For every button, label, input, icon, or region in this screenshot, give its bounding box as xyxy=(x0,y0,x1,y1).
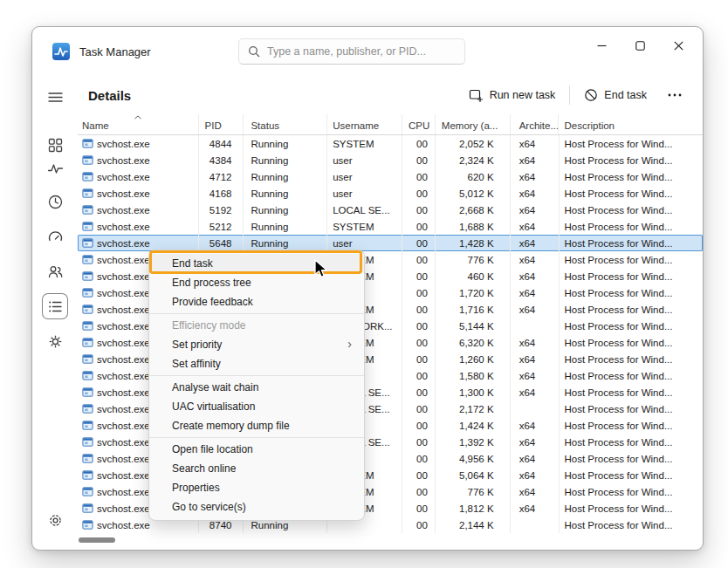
new-task-icon xyxy=(469,88,484,103)
column-header-status[interactable]: Status xyxy=(244,114,327,134)
cell-architecture: x64 xyxy=(511,268,560,284)
table-row[interactable]: svchost.exe 5212 Running SYSTEM 00 1,688… xyxy=(78,218,703,235)
context-menu-item[interactable]: Create memory dump file xyxy=(149,416,364,435)
context-menu-item[interactable]: Set affinity xyxy=(149,354,364,373)
column-header-cpu[interactable]: CPU xyxy=(402,114,436,134)
table-row[interactable]: svchost.exe 4384 Running user 00 2,324 K… xyxy=(78,152,703,168)
cell-architecture: x64 xyxy=(511,334,560,351)
context-menu-item[interactable]: End task xyxy=(149,254,364,273)
context-menu-item[interactable]: End process tree xyxy=(149,273,364,292)
cell-cpu: 00 xyxy=(402,400,436,417)
task-manager-logo-icon xyxy=(52,42,71,61)
cell-cpu: 00 xyxy=(402,434,436,450)
navigation-menu-button[interactable] xyxy=(43,85,67,109)
cell-status: Running xyxy=(244,218,327,235)
column-header-pid[interactable]: PID xyxy=(199,114,244,134)
table-row[interactable]: svchost.exe 4712 Running user 00 620 K x… xyxy=(78,168,703,185)
sidebar xyxy=(32,76,78,550)
cell-cpu: 00 xyxy=(402,135,436,152)
horizontal-scrollbar-thumb[interactable] xyxy=(79,537,115,543)
cell-description: Host Process for Wind... xyxy=(560,284,704,301)
context-menu-item[interactable]: Open file location xyxy=(149,440,364,459)
run-new-task-label: Run new task xyxy=(490,89,556,101)
table-row[interactable]: svchost.exe 4844 Running SYSTEM 00 2,052… xyxy=(78,135,703,152)
table-row[interactable]: svchost.exe 5192 Running LOCAL SE... 00 … xyxy=(78,202,703,218)
cell-description: Host Process for Wind... xyxy=(560,400,704,417)
column-header-name[interactable]: Name xyxy=(78,114,199,134)
cell-memory: 4,956 K xyxy=(436,450,511,467)
column-header-username[interactable]: Username xyxy=(327,114,402,134)
cell-description: Host Process for Wind... xyxy=(560,235,704,251)
processes-icon xyxy=(47,137,64,154)
sidebar-item-processes[interactable] xyxy=(43,133,67,157)
cell-description: Host Process for Wind... xyxy=(560,467,704,483)
context-menu-item-label: Set affinity xyxy=(172,358,221,370)
screen: Task Manager xyxy=(0,0,728,568)
cell-architecture: x64 xyxy=(511,450,560,467)
application-window-icon xyxy=(82,254,93,265)
context-menu-item[interactable]: Analyse wait chain xyxy=(149,378,364,397)
cell-description: Host Process for Wind... xyxy=(560,450,704,467)
settings-button[interactable] xyxy=(43,508,67,532)
sidebar-item-startup-apps[interactable] xyxy=(43,224,67,249)
context-menu-item[interactable]: Properties xyxy=(149,478,364,497)
cell-description: Host Process for Wind... xyxy=(560,268,704,284)
column-header-memory[interactable]: Memory (a... xyxy=(436,114,511,134)
search-field[interactable] xyxy=(267,45,456,58)
context-menu-item[interactable]: UAC virtualisation xyxy=(149,397,364,416)
cell-description: Host Process for Wind... xyxy=(560,135,704,152)
cell-memory: 460 K xyxy=(436,268,511,284)
cell-memory: 2,324 K xyxy=(436,152,511,168)
sidebar-item-app-history[interactable] xyxy=(43,189,67,214)
cell-architecture: x64 xyxy=(511,467,560,483)
context-menu: End task End process tree Provide feedba… xyxy=(148,250,365,521)
close-button[interactable] xyxy=(659,31,697,60)
context-menu-item-label: End task xyxy=(172,257,213,270)
cell-architecture: x64 xyxy=(511,152,560,168)
context-menu-item-label: Open file location xyxy=(172,443,253,455)
cell-architecture: x64 xyxy=(511,434,560,450)
cell-description: Host Process for Wind... xyxy=(560,367,704,384)
cell-username: user xyxy=(327,152,402,168)
context-menu-item[interactable]: Go to service(s) xyxy=(149,497,364,517)
search-input[interactable] xyxy=(238,38,465,65)
end-task-icon xyxy=(584,88,598,102)
minimize-button[interactable] xyxy=(582,31,621,60)
application-window-icon xyxy=(82,287,93,298)
context-menu-item-label: Search online xyxy=(172,462,236,475)
context-menu-item-label: Analyse wait chain xyxy=(172,381,258,393)
context-menu-separator xyxy=(149,313,364,314)
startup-apps-icon xyxy=(47,229,64,245)
context-menu-item[interactable]: Efficiency mode xyxy=(149,316,364,335)
cell-architecture: x64 xyxy=(511,301,560,318)
more-options-button[interactable] xyxy=(661,88,689,102)
column-header-description[interactable]: Description xyxy=(559,114,703,134)
maximize-button[interactable] xyxy=(621,31,659,60)
cell-status: Running xyxy=(244,152,327,168)
end-task-button[interactable]: End task xyxy=(577,83,654,107)
application-window-icon xyxy=(82,370,93,381)
run-new-task-button[interactable]: Run new task xyxy=(462,83,563,108)
cell-username: user xyxy=(327,185,402,202)
sidebar-item-users[interactable] xyxy=(43,259,67,284)
sidebar-item-services[interactable] xyxy=(43,329,67,353)
context-menu-item[interactable]: Provide feedback xyxy=(149,292,364,311)
table-row[interactable]: svchost.exe 4168 Running user 00 5,012 K… xyxy=(78,185,703,202)
column-header-architecture[interactable]: Archite... xyxy=(511,114,560,134)
cell-description: Host Process for Wind... xyxy=(560,301,704,318)
context-menu-item[interactable]: Set priority › xyxy=(149,335,364,354)
page-title: Details xyxy=(88,76,131,114)
application-window-icon xyxy=(82,436,93,448)
cell-pid: 4384 xyxy=(199,152,244,168)
application-window-icon xyxy=(82,237,93,249)
cell-description: Host Process for Wind... xyxy=(560,202,704,218)
sidebar-item-performance[interactable] xyxy=(43,156,67,181)
cell-cpu: 00 xyxy=(402,235,436,251)
sidebar-item-details[interactable] xyxy=(43,294,67,318)
context-menu-item[interactable]: Search online xyxy=(149,459,364,478)
application-window-icon xyxy=(82,353,93,365)
cell-pid: 5212 xyxy=(199,218,244,235)
application-window-icon xyxy=(82,403,93,414)
cell-memory: 1,688 K xyxy=(436,218,511,235)
context-menu-item-label: Provide feedback xyxy=(172,296,253,308)
